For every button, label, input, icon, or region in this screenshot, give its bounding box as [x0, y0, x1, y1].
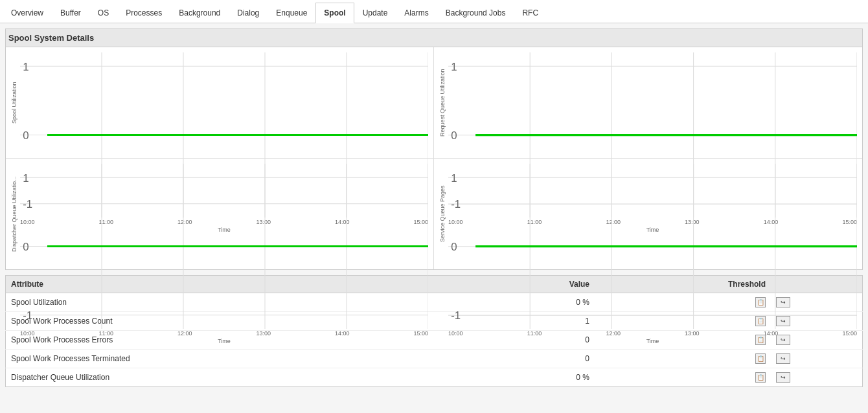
threshold-cell: 📋: [595, 350, 771, 368]
tab-dialog[interactable]: Dialog: [229, 3, 268, 23]
x-axis-label-3: Time: [218, 338, 231, 344]
charts-container: Spool Utilization: [5, 47, 863, 270]
svg-text:1: 1: [451, 61, 457, 73]
tab-update[interactable]: Update: [354, 3, 396, 23]
value-cell: 0 %: [482, 368, 595, 387]
chart-cell-4: Service Queue Pages 1: [434, 159, 862, 269]
tab-alarms[interactable]: Alarms: [396, 3, 437, 23]
x-axis-ticks-4: 10:0011:0012:0013:0014:0015:00: [448, 329, 857, 338]
tab-processes[interactable]: Processes: [117, 3, 170, 23]
action-cell: ↪: [771, 350, 863, 368]
tab-os[interactable]: OS: [89, 3, 117, 23]
y-axis-label-3: Dispatcher Queue Utilizatio...: [11, 164, 17, 264]
chart-cell-1: Spool Utilization: [6, 47, 434, 159]
threshold-icon-btn[interactable]: 📋: [755, 335, 766, 345]
action-arrow-btn[interactable]: ↪: [776, 353, 790, 364]
tab-overview[interactable]: Overview: [3, 3, 52, 23]
svg-text:-1: -1: [451, 309, 461, 322]
tab-enqueue[interactable]: Enqueue: [268, 3, 315, 23]
table-row: Dispatcher Queue Utilization 0 % 📋 ↪: [6, 368, 863, 387]
tab-buffer[interactable]: Buffer: [52, 3, 89, 23]
x-axis-label-4: Time: [646, 338, 659, 344]
chart-svg-3: 1 0 -1: [20, 164, 428, 329]
main-content: Spool System Details Spool Utilization: [0, 23, 868, 392]
svg-text:0: 0: [23, 129, 29, 142]
svg-text:0: 0: [451, 129, 457, 142]
svg-text:1: 1: [23, 172, 29, 184]
tab-rfc[interactable]: RFC: [514, 3, 547, 23]
action-cell: ↪: [771, 368, 863, 387]
tab-background[interactable]: Background: [170, 3, 229, 23]
chart-svg-4: 1 0 -1: [448, 164, 857, 329]
tab-background-jobs[interactable]: Background Jobs: [437, 3, 514, 23]
chart-cell-2: Request Queue Utilization 1: [434, 47, 862, 159]
y-axis-label-1: Spool Utilization: [11, 52, 17, 153]
svg-text:-1: -1: [23, 309, 32, 322]
section-title: Spool System Details: [5, 28, 863, 47]
action-arrow-btn[interactable]: ↪: [776, 335, 790, 345]
threshold-cell: 📋: [595, 368, 771, 387]
tab-bar: OverviewBufferOSProcessesBackgroundDialo…: [0, 0, 868, 23]
value-cell: 0: [482, 350, 595, 368]
tab-spool[interactable]: Spool: [315, 3, 354, 23]
svg-text:0: 0: [23, 241, 29, 253]
threshold-icon-btn[interactable]: 📋: [755, 353, 766, 364]
svg-text:1: 1: [23, 61, 29, 73]
y-axis-label-2: Request Queue Utilization: [439, 52, 446, 153]
svg-text:0: 0: [451, 241, 457, 253]
y-axis-label-4: Service Queue Pages: [439, 164, 446, 264]
chart-cell-3: Dispatcher Queue Utilizatio... 1: [6, 159, 434, 269]
attribute-cell: Spool Work Processes Terminated: [6, 350, 482, 368]
table-row: Spool Work Processes Terminated 0 📋 ↪: [6, 350, 863, 368]
action-arrow-btn[interactable]: ↪: [776, 372, 790, 383]
attribute-cell: Dispatcher Queue Utilization: [6, 368, 482, 387]
svg-text:1: 1: [451, 172, 457, 184]
threshold-icon-btn[interactable]: 📋: [755, 372, 766, 383]
